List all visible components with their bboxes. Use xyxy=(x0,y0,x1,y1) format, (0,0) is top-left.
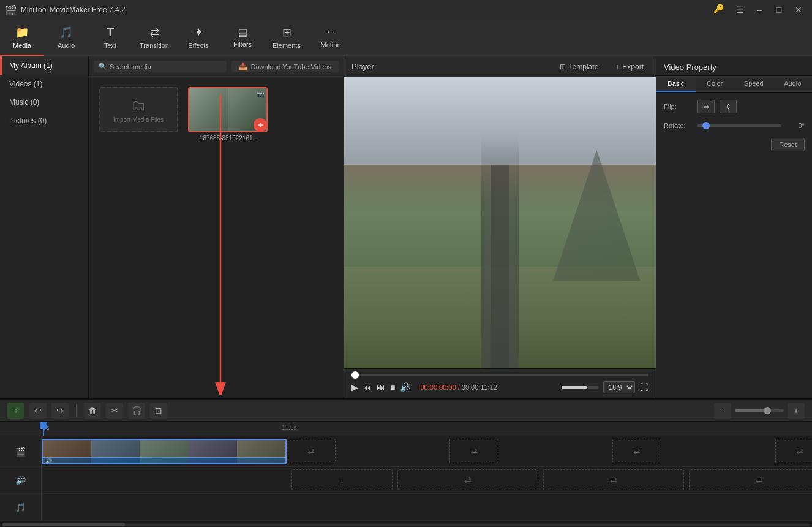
fullscreen-button[interactable]: ⛶ xyxy=(640,382,648,392)
delete-button[interactable]: 🗑 xyxy=(84,403,101,419)
video-label: 187688-881022161.. xyxy=(200,135,256,142)
minimize-button[interactable]: – xyxy=(751,4,768,16)
import-thumb[interactable]: 🗂 Import Media Files xyxy=(99,87,178,132)
sidebar-item-pictures[interactable]: Pictures (0) xyxy=(0,112,88,130)
transition-icon: ⇄ xyxy=(150,26,159,39)
properties-title: Video Property xyxy=(664,63,716,72)
player-panel: Player ⊞ Template ↑ Export xyxy=(344,56,656,398)
zoom-in-button[interactable]: + xyxy=(788,403,805,419)
toolbar-text[interactable]: T Text xyxy=(88,20,132,56)
sidebar: My Album (1) Videos (1) Music (0) Pictur… xyxy=(0,56,89,398)
toolbar-audio[interactable]: 🎵 Audio xyxy=(44,20,88,56)
zoom-slider[interactable] xyxy=(735,409,784,412)
search-placeholder: Search media xyxy=(110,63,151,70)
volume-slider[interactable] xyxy=(562,386,598,389)
tab-basic[interactable]: Basic xyxy=(656,76,696,92)
crop-button[interactable]: ⊡ xyxy=(150,403,167,419)
app-title: MiniTool MovieMaker Free 7.4.2 xyxy=(21,6,713,14)
transition-slot-1[interactable]: ⇄ xyxy=(287,439,336,463)
tab-audio[interactable]: Audio xyxy=(773,76,813,92)
music-track-icon: 🎵 xyxy=(15,502,26,512)
main-layout: My Album (1) Videos (1) Music (0) Pictur… xyxy=(0,56,812,398)
undo-button[interactable]: ↩ xyxy=(29,403,47,419)
download-youtube-button[interactable]: 📥 Download YouTube Videos xyxy=(231,61,339,72)
audio-slot-3[interactable]: ⇄ xyxy=(543,469,684,490)
music-track-row xyxy=(42,494,812,521)
scrollbar-thumb[interactable] xyxy=(2,523,125,526)
flip-vertical-button[interactable]: ⇕ xyxy=(720,100,737,113)
sidebar-pictures-label: Pictures (0) xyxy=(9,116,47,125)
audio-track-label: 🔊 xyxy=(0,467,41,494)
toolbar-effects[interactable]: ✦ Effects xyxy=(176,20,220,56)
audio-icon: 🎵 xyxy=(59,26,73,39)
close-button[interactable]: ✕ xyxy=(790,4,807,16)
progress-dot[interactable] xyxy=(351,371,359,379)
flip-horizontal-button[interactable]: ⇔ xyxy=(697,100,715,113)
audio-slot-2[interactable]: ⇄ xyxy=(397,469,538,490)
audio-slot-1[interactable]: ↓ xyxy=(291,469,393,490)
next-frame-button[interactable]: ⏭ xyxy=(377,382,385,392)
video-clip[interactable]: 🔊 xyxy=(42,439,287,464)
youtube-icon: 📥 xyxy=(239,63,247,70)
toolbar-media-label: Media xyxy=(13,42,31,49)
add-media-button[interactable]: + xyxy=(7,403,24,419)
add-to-timeline-button[interactable]: + xyxy=(254,118,267,132)
video-track-label: 🎬 xyxy=(0,436,41,467)
timeline-cursor[interactable] xyxy=(43,422,44,436)
flip-row: Flip: ⇔ ⇕ xyxy=(664,100,805,113)
transition-slot-3[interactable]: ⇄ xyxy=(612,439,661,463)
media-import-item[interactable]: 🗂 Import Media Files xyxy=(99,87,178,142)
sidebar-item-music[interactable]: Music (0) xyxy=(0,93,88,112)
toolbar-transition[interactable]: ⇄ Transition xyxy=(132,20,176,56)
timeline-content: 0s 11.5s 🎬 🔊 🎵 xyxy=(0,422,812,527)
audio-detach-button[interactable]: 🎧 xyxy=(128,403,145,419)
redo-button[interactable]: ↪ xyxy=(51,403,69,419)
filters-icon: ▤ xyxy=(238,26,247,38)
text-icon: T xyxy=(107,25,114,39)
audio-slot-4[interactable]: ⇄ xyxy=(689,469,812,490)
timeline-toolbar: + ↩ ↪ 🗑 ✂ 🎧 ⊡ − + xyxy=(0,400,812,422)
total-time: 00:00:11:12 xyxy=(462,384,497,391)
zoom-controls: − + xyxy=(714,403,805,419)
prev-frame-button[interactable]: ⏮ xyxy=(363,382,372,392)
maximize-button[interactable]: □ xyxy=(770,4,788,16)
search-media-input[interactable]: 🔍 Search media xyxy=(94,61,227,72)
volume-icon[interactable]: 🔊 xyxy=(400,382,410,392)
time-display: 00:00:00:00 / 00:00:11:12 xyxy=(420,384,497,391)
scrollbar-track xyxy=(2,523,810,526)
transition-slot-2[interactable]: ⇄ xyxy=(449,439,498,463)
rotate-value: 0° xyxy=(786,122,805,129)
media-video-item[interactable]: 📷 + 187688-881022161.. xyxy=(188,87,268,142)
toolbar-motion-label: Motion xyxy=(320,41,340,48)
sidebar-item-my-album[interactable]: My Album (1) xyxy=(0,56,88,75)
folder-icon: 🗂 xyxy=(131,97,146,114)
toolbar-elements[interactable]: ⊞ Elements xyxy=(265,20,309,56)
player-video-frame xyxy=(344,77,656,368)
toolbar-media[interactable]: 📁 Media xyxy=(0,20,44,56)
tab-color[interactable]: Color xyxy=(696,76,735,92)
menu-button[interactable]: ☰ xyxy=(731,4,748,16)
volume-fill xyxy=(562,386,587,389)
horizontal-scrollbar[interactable] xyxy=(0,521,812,527)
toolbar-motion[interactable]: ↔ Motion xyxy=(309,20,353,56)
video-thumb[interactable]: 📷 + xyxy=(188,87,268,132)
flip-controls: ⇔ ⇕ xyxy=(697,100,805,113)
template-button[interactable]: ⊞ Template xyxy=(555,61,604,73)
rotate-slider[interactable] xyxy=(697,124,781,127)
aspect-ratio-select[interactable]: 16:9 9:16 1:1 4:3 xyxy=(603,381,635,393)
play-button[interactable]: ▶ xyxy=(351,382,358,392)
stop-button[interactable]: ■ xyxy=(390,382,395,392)
properties-panel: Video Property Basic Color Speed Audio F… xyxy=(656,56,812,398)
sidebar-item-videos[interactable]: Videos (1) xyxy=(0,75,88,93)
cut-button[interactable]: ✂ xyxy=(106,403,123,419)
toolbar-filters[interactable]: ▤ Filters xyxy=(220,20,265,56)
transition-slot-4[interactable]: ⇄ xyxy=(775,439,812,463)
toolbar-text-label: Text xyxy=(104,42,116,49)
progress-bar[interactable] xyxy=(351,374,648,376)
reset-button[interactable]: Reset xyxy=(771,138,805,151)
timeline-area: + ↩ ↪ 🗑 ✂ 🎧 ⊡ − + 0s 11.5s 🎬 xyxy=(0,398,812,527)
track-area: 🔊 ⇄ ⇄ ⇄ xyxy=(42,436,812,521)
export-button[interactable]: ↑ Export xyxy=(611,61,648,73)
zoom-out-button[interactable]: − xyxy=(714,403,731,419)
tab-speed[interactable]: Speed xyxy=(734,76,773,92)
